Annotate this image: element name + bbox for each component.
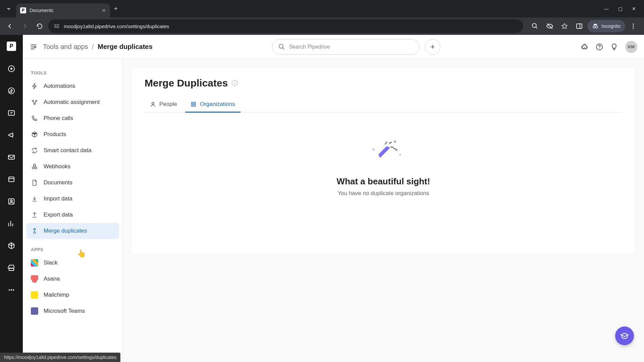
window-close-button[interactable]: ✕ [632,6,636,11]
svg-rect-2 [54,26,57,26]
sidebar-item-products[interactable]: Products [26,126,119,142]
sidebar-toggle-button[interactable] [30,43,38,51]
sidebar-item-merge-duplicates[interactable]: Merge duplicates [26,223,119,239]
sidebar-section-tools: TOOLS [26,67,119,78]
browser-bookmark-icon[interactable] [558,19,571,33]
rail-item-contacts[interactable] [7,197,16,206]
svg-point-15 [10,68,12,70]
sidebar-item-import-data[interactable]: Import data [26,191,119,207]
automations-icon [31,82,38,90]
svg-rect-7 [577,24,582,28]
empty-state-illustration: ✦ ✦ ✕ ✕ [362,136,405,166]
tab-search-dropdown[interactable] [3,3,15,15]
sidebar-item-label: Asana [44,276,60,282]
browser-zoom-icon[interactable] [528,19,542,33]
svg-point-12 [633,25,634,27]
sidebar-item-label: Export data [44,212,73,218]
webhooks-icon [31,163,38,170]
tips-icon[interactable] [610,43,618,51]
rail-item-projects[interactable] [7,109,16,117]
products-icon [31,131,38,138]
svg-text:✦: ✦ [398,153,402,157]
user-avatar[interactable]: KM [625,41,637,53]
browser-tracking-icon[interactable] [543,19,556,33]
svg-rect-19 [9,177,14,182]
svg-rect-38 [194,103,195,104]
sidebar-item-automations[interactable]: Automations [26,78,119,94]
svg-point-28 [32,100,34,102]
rail-item-mail[interactable] [7,153,16,162]
sidebar-item-asana[interactable]: Asana [26,271,119,287]
rail-item-deals[interactable] [7,86,16,95]
rail-item-campaigns[interactable] [7,131,16,139]
sidebar-item-label: Slack [44,259,58,266]
import-icon [31,195,38,202]
info-icon[interactable]: i [232,80,238,86]
svg-point-6 [532,23,536,27]
documents-icon [31,179,38,186]
browser-menu-button[interactable] [627,19,640,33]
sidebar-item-label: Microsoft Teams [44,308,85,314]
help-icon[interactable] [596,43,603,51]
new-tab-button[interactable]: + [114,5,118,12]
assignment-icon [31,99,38,106]
sidebar-item-label: Mailchimp [44,292,69,298]
browser-sidepanel-icon[interactable] [573,19,586,33]
page-title: Merge Duplicates [145,77,228,89]
rail-item-products[interactable] [7,241,16,250]
incognito-icon [592,23,599,29]
sidebar-item-webhooks[interactable]: Webhooks [26,159,119,175]
rail-item-leads[interactable] [7,64,16,73]
svg-rect-1 [57,24,59,25]
help-fab-button[interactable] [615,326,634,345]
sidebar-item-documents[interactable]: Documents [26,175,119,191]
window-maximize-button[interactable]: ▢ [618,6,623,11]
settings-sidebar: TOOLS Automations Automatic assignment P… [23,59,123,362]
breadcrumb-current: Merge duplicates [98,43,152,50]
sidebar-item-label: Automatic assignment [44,99,100,106]
tab-organizations[interactable]: Organizations [185,97,240,113]
browser-forward-button[interactable] [19,20,31,32]
tab-favicon: P [20,7,26,13]
sidebar-item-slack[interactable]: Slack [26,255,119,271]
svg-point-22 [9,289,10,291]
tab-title: Documents [30,8,98,13]
sidebar-item-label: Automations [44,83,75,89]
browser-url-text: moodjoy1altd.pipedrive.com/settings/dupl… [64,23,169,29]
rail-item-marketplace[interactable] [7,263,16,272]
sidebar-item-export-data[interactable]: Export data [26,207,119,223]
browser-reload-button[interactable] [34,20,46,32]
sidebar-item-label: Import data [44,195,72,202]
sidebar-item-smart-contact-data[interactable]: Smart contact data [26,142,119,159]
sidebar-item-phone-calls[interactable]: Phone calls [26,110,119,126]
organization-icon [191,101,197,107]
app-logo[interactable]: P [7,42,16,51]
sidebar-item-microsoft-teams[interactable]: Microsoft Teams [26,303,119,319]
sidebar-item-label: Webhooks [44,163,70,170]
merge-icon [31,227,38,235]
breadcrumb-root[interactable]: Tools and apps [43,43,88,50]
browser-tab[interactable]: P Documents ✕ [16,3,110,17]
site-settings-icon[interactable] [54,23,60,29]
window-minimize-button[interactable]: — [604,6,609,11]
incognito-indicator[interactable]: Incognito [587,20,625,32]
sidebar-item-mailchimp[interactable]: Mailchimp [26,287,119,303]
browser-address-bar[interactable]: moodjoy1altd.pipedrive.com/settings/dupl… [48,19,523,33]
rail-item-insights[interactable] [7,219,16,228]
breadcrumb: Tools and apps / Merge duplicates [43,43,153,51]
svg-rect-40 [194,105,195,105]
extensions-icon[interactable] [581,43,588,51]
empty-state-title: What a beautiful sight! [337,176,430,187]
browser-back-button[interactable] [4,20,16,32]
browser-toolbar: moodjoy1altd.pipedrive.com/settings/dupl… [0,17,644,35]
svg-point-34 [34,229,36,230]
quick-add-button[interactable]: + [425,39,440,55]
sidebar-item-label: Phone calls [44,115,73,122]
svg-rect-36 [192,102,196,106]
sidebar-item-automatic-assignment[interactable]: Automatic assignment [26,94,119,110]
rail-item-activities[interactable] [7,175,16,184]
tab-close-button[interactable]: ✕ [102,7,106,14]
global-search-input[interactable]: Search Pipedrive [272,39,420,55]
tab-people[interactable]: People [145,97,182,113]
rail-item-more[interactable] [7,286,16,294]
